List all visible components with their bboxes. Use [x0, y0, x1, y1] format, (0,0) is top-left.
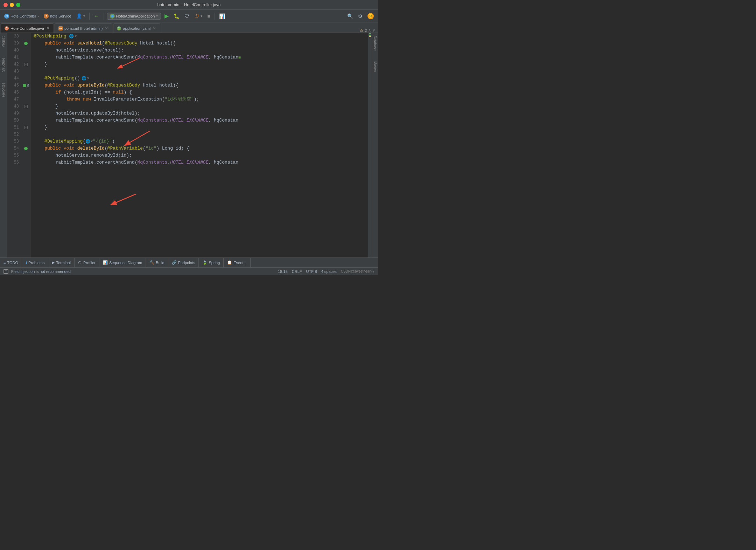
status-message: Field injection is not recommended — [11, 269, 71, 274]
stop-button[interactable]: ■ — [206, 13, 211, 20]
debug-button[interactable]: 🐛 — [172, 13, 181, 20]
scrollbar-mark-2 — [369, 35, 371, 36]
vcs-button[interactable]: 👤 ▾ — [75, 13, 86, 19]
window-title: hotel-admin – HotelController.java — [158, 2, 221, 7]
globe-icon-44: 🌐 — [82, 75, 86, 82]
fold-icon-42[interactable]: − — [24, 63, 28, 66]
gutter-45: @ — [21, 82, 31, 89]
class-icon: C — [4, 14, 9, 19]
code-line-53: @DeleteMapping ( 🌐 ∨ "/{id}" ) — [31, 138, 368, 145]
tab-close-hotel-controller[interactable]: ✕ — [46, 26, 50, 30]
status-position[interactable]: 18:15 — [278, 269, 288, 274]
coverage-button[interactable]: 🛡 — [183, 13, 191, 20]
warning-indicator[interactable]: ⚠ 2 ∧ ∨ — [360, 28, 375, 33]
line-num-55: 55 — [7, 152, 19, 159]
todo-label: TODO — [7, 261, 18, 265]
line-num-50: 50 — [7, 117, 19, 124]
fold-icon-51[interactable]: − — [24, 126, 28, 129]
fold-icon-48[interactable]: − — [24, 105, 28, 108]
profiler-tab[interactable]: ⏱ Profiler — [75, 258, 99, 267]
class-label: HotelController — [10, 14, 36, 18]
code-line-38: @PostMapping 🌐 ∨ — [31, 33, 368, 40]
line-num-53: 53 — [7, 138, 19, 145]
gutter-51: − — [21, 124, 31, 131]
run-config-icon — [110, 14, 115, 19]
code-line-46: if (hotel.getId() == null ) { — [31, 89, 368, 96]
coverage-icon: 🛡 — [184, 13, 189, 19]
sequence-diagram-tab[interactable]: 📊 Sequence Diagram — [99, 258, 146, 267]
todo-tab[interactable]: ≡ TODO — [0, 258, 22, 267]
line-num-44: 44 — [7, 75, 19, 82]
field-nav-item[interactable]: f hotelService — [42, 13, 73, 19]
field-icon: f — [44, 14, 49, 19]
search-button[interactable]: 🔍 — [346, 13, 355, 20]
status-encoding[interactable]: UTF-8 — [306, 269, 317, 274]
maven-panel-tab[interactable]: Maven — [373, 61, 377, 72]
tab-close-application-yaml[interactable]: ✕ — [152, 26, 156, 30]
run-button[interactable]: ▶ — [163, 12, 170, 20]
tab-label-hotel-controller: HotelController.java — [10, 26, 44, 30]
back-button[interactable]: ← — [92, 12, 101, 20]
status-indent[interactable]: 4 spaces — [321, 269, 337, 274]
tab-pom-xml[interactable]: m pom.xml (hotel-admin) ✕ — [55, 23, 112, 33]
class-nav-item[interactable]: C HotelController › — [3, 13, 40, 19]
globe-icon-38: 🌐 — [69, 33, 74, 40]
close-button[interactable] — [4, 3, 8, 7]
code-line-48: } — [31, 103, 368, 110]
scrollbar[interactable] — [368, 33, 372, 257]
tab-application-yaml[interactable]: 🍃 application.yaml ✕ — [113, 23, 160, 33]
code-line-44: @PutMapping () 🌐 ∨ — [31, 75, 368, 82]
gutter-54 — [21, 145, 31, 152]
event-log-tab[interactable]: 📋 Event L — [224, 258, 250, 267]
search-icon: 🔍 — [347, 13, 353, 19]
line-num-39: 39 — [7, 40, 19, 47]
problems-tab[interactable]: ℹ Problems — [22, 258, 48, 267]
status-line-ending[interactable]: CRLF — [292, 269, 302, 274]
gutter-53 — [21, 138, 31, 145]
code-line-39: public void saveHotel ( @RequestBody Hot… — [31, 40, 368, 47]
main-content: Project Structure Favorites 38 39 40 41 … — [0, 33, 378, 257]
code-content[interactable]: @PostMapping 🌐 ∨ public void saveHotel (… — [31, 33, 368, 257]
terminal-tab[interactable]: ▶ Terminal — [48, 258, 75, 267]
endpoints-tab[interactable]: 🔗 Endpoints — [168, 258, 199, 267]
code-line-43 — [31, 68, 368, 75]
status-user: CSDN@sweetheart-7 — [341, 269, 374, 273]
sequence-icon: 📊 — [103, 260, 108, 265]
toolbar-divider-2 — [104, 13, 104, 20]
profile-button[interactable]: ⏱ ▾ — [193, 13, 204, 20]
maximize-button[interactable] — [16, 3, 20, 7]
tab-close-pom-xml[interactable]: ✕ — [104, 26, 108, 30]
gutter-43 — [21, 68, 31, 75]
window-controls[interactable] — [4, 3, 20, 7]
toolbar-divider-1 — [89, 13, 90, 20]
gutter-47 — [21, 96, 31, 103]
avatar-button[interactable]: 😊 — [366, 12, 375, 20]
spring-icon: 🍃 — [202, 260, 207, 265]
tab-hotel-controller[interactable]: C HotelController.java ✕ — [1, 23, 54, 33]
structure-panel-tab[interactable]: Structure — [1, 58, 5, 72]
warning-up-arrow[interactable]: ∧ — [368, 28, 371, 33]
build-tab[interactable]: 🔨 Build — [146, 258, 168, 267]
warning-icon: ⚠ — [360, 28, 363, 33]
line-num-38: 38 — [7, 33, 19, 40]
code-editor[interactable]: 38 39 40 41 42 43 44 45 46 47 48 49 50 5… — [7, 33, 372, 257]
settings-button[interactable]: ⚙ — [357, 13, 364, 20]
build-icon: 🔨 — [149, 260, 154, 265]
favorites-panel-tab[interactable]: Favorites — [1, 83, 5, 97]
gutter-55 — [21, 152, 31, 159]
chart-button[interactable]: 📊 — [218, 13, 226, 20]
status-settings-icon[interactable]: □ — [4, 269, 8, 274]
vcs-icon: 👤 — [76, 13, 82, 19]
code-line-49: hotelService.updateById(hotel); — [31, 110, 368, 117]
event-label: Event L — [233, 261, 246, 265]
chevron-icon: › — [37, 14, 39, 18]
minimize-button[interactable] — [10, 3, 14, 7]
code-line-56: rabbitTemplate.convertAndSend( MqConstan… — [31, 159, 368, 166]
project-panel-tab[interactable]: Project — [1, 36, 5, 47]
line-num-48: 48 — [7, 103, 19, 110]
spring-tab[interactable]: 🍃 Spring — [199, 258, 224, 267]
line-num-52: 52 — [7, 131, 19, 138]
warning-down-arrow[interactable]: ∨ — [372, 28, 375, 33]
database-panel-tab[interactable]: Database — [373, 36, 377, 51]
run-config[interactable]: HotelAdminApplication ▾ — [107, 13, 161, 20]
